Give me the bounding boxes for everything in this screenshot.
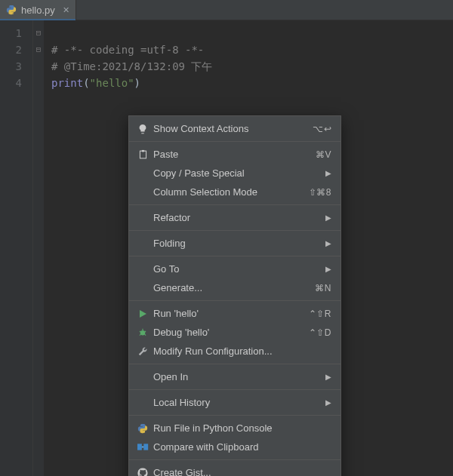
code-paren: ) bbox=[134, 77, 140, 89]
svg-rect-1 bbox=[141, 149, 143, 151]
menu-label: Show Context Actions bbox=[150, 123, 313, 134]
menu-copy-paste-special[interactable]: Copy / Paste Special ▶ bbox=[129, 164, 341, 183]
line-number: 4 bbox=[0, 75, 22, 91]
svg-rect-0 bbox=[140, 151, 146, 158]
debug-icon bbox=[135, 327, 150, 337]
lock-icon: ⊟ bbox=[36, 41, 42, 58]
editor-context-menu: Show Context Actions ⌥↩ Paste ⌘V Copy / … bbox=[128, 115, 341, 476]
code-func: print bbox=[51, 77, 83, 89]
svg-point-2 bbox=[140, 330, 146, 336]
submenu-arrow-icon: ▶ bbox=[325, 239, 331, 247]
run-icon bbox=[135, 309, 150, 318]
menu-shortcut: ⇧⌘8 bbox=[309, 187, 331, 198]
close-tab-icon[interactable]: ✕ bbox=[63, 5, 69, 15]
bulb-icon bbox=[135, 124, 150, 134]
menu-label: Create Gist... bbox=[150, 467, 331, 476]
menu-create-gist[interactable]: Create Gist... bbox=[129, 463, 341, 476]
submenu-arrow-icon: ▶ bbox=[325, 265, 331, 273]
menu-label: Run 'hello' bbox=[150, 308, 309, 319]
menu-label: Compare with Clipboard bbox=[150, 441, 331, 453]
diff-icon bbox=[135, 442, 150, 452]
menu-go-to[interactable]: Go To ▶ bbox=[129, 259, 341, 278]
menu-shortcut: ⌃⇧R bbox=[309, 309, 331, 319]
menu-separator bbox=[129, 415, 341, 416]
code-comment: # -*- codeing =utf-8 -*- bbox=[51, 44, 204, 56]
menu-run-python-console[interactable]: Run File in Python Console bbox=[129, 419, 341, 438]
code-comment: # @Time:2021/8/132:09 下午 bbox=[51, 60, 212, 72]
lock-icon: ⊟ bbox=[36, 25, 42, 41]
menu-shortcut: ⌥↩ bbox=[313, 124, 331, 134]
menu-column-selection[interactable]: Column Selection Mode ⇧⌘8 bbox=[129, 183, 341, 201]
menu-label: Column Selection Mode bbox=[150, 186, 309, 198]
file-tab-label: hello.py bbox=[21, 5, 55, 16]
menu-label: Copy / Paste Special bbox=[150, 167, 325, 179]
line-number: 1 bbox=[0, 25, 22, 41]
menu-label: Modify Run Configuration... bbox=[150, 345, 331, 357]
tab-bar: hello.py ✕ bbox=[0, 0, 453, 20]
menu-separator bbox=[129, 141, 341, 142]
menu-run[interactable]: Run 'hello' ⌃⇧R bbox=[129, 304, 341, 323]
menu-label: Go To bbox=[150, 263, 325, 275]
menu-label: Debug 'hello' bbox=[150, 327, 309, 338]
menu-folding[interactable]: Folding ▶ bbox=[129, 234, 341, 253]
menu-shortcut: ⌘N bbox=[315, 283, 331, 293]
menu-label: Local History bbox=[150, 397, 325, 408]
menu-label: Generate... bbox=[150, 282, 315, 293]
svg-rect-4 bbox=[143, 444, 148, 450]
menu-label: Refactor bbox=[150, 212, 325, 223]
menu-separator bbox=[129, 300, 341, 301]
code-paren: ( bbox=[83, 77, 89, 89]
menu-separator bbox=[129, 256, 341, 256]
menu-separator bbox=[129, 389, 341, 390]
github-icon bbox=[135, 468, 150, 477]
line-number-gutter: 1 2 3 4 bbox=[0, 20, 33, 476]
menu-label: Run File in Python Console bbox=[150, 422, 331, 434]
submenu-arrow-icon: ▶ bbox=[325, 373, 331, 381]
wrench-icon bbox=[135, 346, 150, 356]
menu-open-in[interactable]: Open In ▶ bbox=[129, 367, 341, 386]
menu-paste[interactable]: Paste ⌘V bbox=[129, 145, 341, 164]
submenu-arrow-icon: ▶ bbox=[325, 398, 331, 407]
gutter-indicators: ⊟ ⊟ bbox=[33, 20, 44, 476]
menu-label: Paste bbox=[150, 149, 316, 160]
menu-shortcut: ⌃⇧D bbox=[309, 327, 331, 338]
python-icon bbox=[135, 423, 150, 434]
menu-label: Folding bbox=[150, 238, 325, 249]
python-file-icon bbox=[6, 5, 17, 15]
svg-rect-3 bbox=[137, 444, 142, 450]
menu-shortcut: ⌘V bbox=[316, 149, 331, 160]
menu-label: Open In bbox=[150, 371, 325, 382]
menu-refactor[interactable]: Refactor ▶ bbox=[129, 208, 341, 227]
line-number: 3 bbox=[0, 58, 22, 75]
menu-separator bbox=[129, 230, 341, 231]
menu-compare-clipboard[interactable]: Compare with Clipboard bbox=[129, 438, 341, 456]
clipboard-icon bbox=[135, 149, 150, 160]
menu-separator bbox=[129, 204, 341, 205]
submenu-arrow-icon: ▶ bbox=[325, 169, 331, 177]
submenu-arrow-icon: ▶ bbox=[325, 213, 331, 222]
menu-local-history[interactable]: Local History ▶ bbox=[129, 393, 341, 412]
menu-modify-run-config[interactable]: Modify Run Configuration... bbox=[129, 342, 341, 361]
menu-separator bbox=[129, 459, 341, 460]
menu-debug[interactable]: Debug 'hello' ⌃⇧D bbox=[129, 323, 341, 342]
menu-separator bbox=[129, 364, 341, 364]
line-number: 2 bbox=[0, 41, 22, 58]
menu-generate[interactable]: Generate... ⌘N bbox=[129, 278, 341, 297]
file-tab-hello[interactable]: hello.py ✕ bbox=[0, 0, 76, 20]
menu-show-context-actions[interactable]: Show Context Actions ⌥↩ bbox=[129, 119, 341, 138]
code-string: "hello" bbox=[90, 77, 134, 89]
